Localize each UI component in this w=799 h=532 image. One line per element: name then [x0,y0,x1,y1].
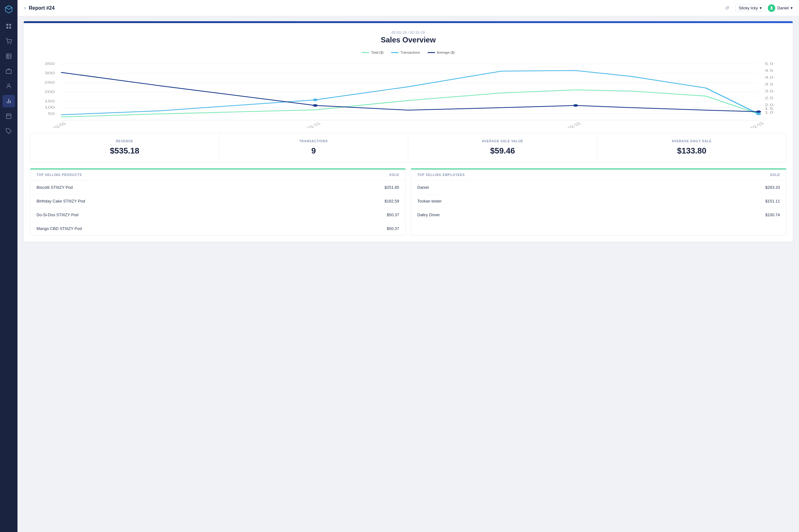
legend-average-label: Average ($) [437,51,455,54]
legend-total: Total ($) [362,51,384,54]
table-row: Tookan tester $151.11 [411,194,786,208]
svg-point-55 [313,99,318,101]
sidebar-logo[interactable] [3,4,14,15]
svg-text:100: 100 [44,106,55,109]
svg-text:02-13: 02-13 [749,122,765,128]
table-row: Birthday Cake STIIIZY Pod $182.59 [30,194,405,208]
legend-transactions: Transactions [391,51,420,54]
employee-name-1: Daniel [417,185,429,190]
report-card: 02-01-19 / 02-15-19 Sales Overview Total… [24,21,793,242]
sidebar-item-cart[interactable] [2,35,15,48]
table-row: Biscotti STIIIZY Pod $251.85 [30,180,405,194]
sidebar-item-history[interactable] [2,110,15,122]
header-breadcrumb: > [24,6,26,11]
svg-text:2.0: 2.0 [765,103,774,107]
content-area: 02-01-19 / 02-15-19 Sales Overview Total… [18,16,799,532]
chart-svg: 350 300 250 200 150 100 50 5.0 4.5 4.0 3… [36,59,780,128]
top-products-title: TOP SELLING PRODUCTS [37,173,82,177]
product-name-2: Birthday Cake STIIIZY Pod [37,199,85,204]
svg-text:1.0: 1.0 [765,111,774,114]
svg-rect-15 [6,114,11,118]
svg-rect-2 [6,27,8,29]
store-name: Sticky Icky [739,6,758,10]
sidebar [0,0,18,532]
legend-average: Average ($) [427,51,455,54]
avatar [768,4,775,12]
sidebar-item-dashboard[interactable] [2,20,15,33]
stat-avg-daily-value: $133.80 [605,146,779,156]
svg-rect-0 [6,24,8,26]
legend-transactions-color [391,52,399,53]
svg-point-53 [573,104,578,107]
legend-transactions-label: Transactions [400,51,420,54]
store-chevron-icon: ▾ [760,6,762,10]
product-name-4: Mango CBD STIIIZY Pod [37,226,82,231]
svg-point-5 [11,43,11,44]
svg-point-56 [756,113,761,115]
svg-text:02-01: 02-01 [52,122,68,128]
employee-name-3: Daltry Driver [417,212,440,217]
sidebar-item-orders[interactable] [2,65,15,77]
product-value-3: $50.37 [387,212,399,217]
chart-date-range: 02-01-19 / 02-15-19 [34,31,783,34]
chart-container: 350 300 250 200 150 100 50 5.0 4.5 4.0 3… [36,59,780,128]
stat-revenue-value: $535.18 [38,146,212,156]
svg-text:3.0: 3.0 [765,90,774,93]
svg-text:200: 200 [44,90,55,94]
svg-text:150: 150 [44,99,55,103]
svg-text:300: 300 [44,72,55,75]
svg-rect-1 [9,24,11,26]
chart-legend: Total ($) Transactions Average ($) [34,51,783,54]
svg-text:1.5: 1.5 [765,107,774,111]
sidebar-item-reports[interactable] [2,95,15,107]
sidebar-item-tags[interactable] [2,125,15,137]
svg-text:02-11: 02-11 [306,122,322,128]
svg-text:50: 50 [48,112,55,115]
svg-rect-10 [6,70,12,74]
product-name-3: Do-Si-Dos STIIIZY Pod [37,212,78,217]
top-employees-col-header: SOLD [770,173,780,177]
user-name: Daniel [777,6,789,10]
legend-average-color [427,52,435,53]
svg-text:4.0: 4.0 [765,76,774,79]
employee-value-3: $100.74 [765,212,780,217]
stat-avg-daily-label: AVERAGE DAILY SALE [605,139,779,143]
top-products-col-header: SOLD [389,173,399,177]
table-row: Daltry Driver $100.74 [411,208,786,222]
sidebar-item-customers[interactable] [2,80,15,92]
main-area: > Report #24 ↺ Sticky Icky ▾ Daniel ▾ 02… [18,0,799,532]
header: > Report #24 ↺ Sticky Icky ▾ Daniel ▾ [18,0,799,16]
top-products-header: TOP SELLING PRODUCTS SOLD [30,169,405,180]
table-row: Daniel $283.33 [411,180,786,194]
page-title: Report #24 [29,5,723,11]
user-selector[interactable]: Daniel ▾ [768,4,793,12]
top-employees-table: TOP SELLING EMPLOYEES SOLD Daniel $283.3… [411,169,786,235]
svg-point-11 [8,84,10,86]
legend-total-color [362,52,369,53]
employee-value-1: $283.33 [765,185,780,190]
table-row: Mango CBD STIIIZY Pod $50.37 [30,222,405,235]
employee-name-2: Tookan tester [417,199,442,204]
store-selector[interactable]: Sticky Icky ▾ [735,4,765,12]
svg-text:4.5: 4.5 [765,69,774,72]
refresh-button[interactable]: ↺ [725,5,729,11]
product-value-4: $50.37 [387,226,399,231]
svg-text:3.5: 3.5 [765,83,774,86]
table-row: Do-Si-Dos STIIIZY Pod $50.37 [30,208,405,222]
svg-text:2.5: 2.5 [765,96,774,100]
product-value-1: $251.85 [384,185,399,190]
stat-revenue: REVENUE $535.18 [30,133,220,162]
product-value-2: $182.59 [384,199,399,204]
employee-value-2: $151.11 [765,199,780,204]
svg-text:5.0: 5.0 [765,62,774,65]
stat-avg-sale-label: AVERAGE SALE VALUE [416,139,590,143]
stat-avg-daily: AVERAGE DAILY SALE $133.80 [597,133,786,162]
stat-transactions-value: 9 [227,146,401,156]
stat-transactions-label: TRANSACTIONS [227,139,401,143]
stats-row: REVENUE $535.18 TRANSACTIONS 9 AVERAGE S… [30,133,786,162]
stat-avg-sale: AVERAGE SALE VALUE $59.46 [408,133,597,162]
chart-title: Sales Overview [34,36,783,44]
sidebar-item-inventory[interactable] [2,50,15,62]
top-employees-header: TOP SELLING EMPLOYEES SOLD [411,169,786,180]
product-name-1: Biscotti STIIIZY Pod [37,185,73,190]
